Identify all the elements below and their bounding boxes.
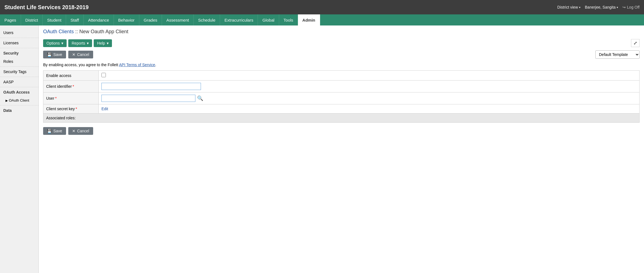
sidebar: Users Licenses Security Roles Security T…	[0, 25, 39, 273]
search-icon: 🔍	[197, 96, 203, 101]
client-secret-key-row: Client secret key* Edit	[43, 104, 640, 114]
sidebar-item-roles[interactable]: Roles	[0, 56, 38, 67]
client-identifier-required: *	[73, 84, 74, 89]
reports-caret-icon: ▾	[87, 41, 89, 45]
help-caret-icon: ▾	[107, 41, 109, 45]
expand-button[interactable]: ⤢	[631, 39, 640, 47]
nav-item-district[interactable]: District	[21, 14, 43, 25]
nav-item-staff[interactable]: Staff	[66, 14, 84, 25]
user-search-button[interactable]: 🔍	[197, 95, 203, 101]
save-label-bottom: Save	[53, 129, 62, 133]
reports-button[interactable]: Reports ▾	[68, 39, 92, 47]
nav-item-schedule[interactable]: Schedule	[194, 14, 220, 25]
district-view-button[interactable]: District view ▾	[557, 5, 580, 9]
form-table: Enable access Client identifier* User	[43, 70, 640, 123]
cancel-label-bottom: Cancel	[77, 129, 89, 133]
options-label: Options	[46, 41, 60, 45]
user-row: User* 🔍	[43, 92, 640, 104]
sidebar-item-oauth-client[interactable]: ▶OAuth Client	[0, 96, 38, 105]
sidebar-section-security: Security	[0, 48, 38, 56]
save-label-top: Save	[53, 52, 62, 57]
sidebar-item-aasp[interactable]: AASP	[0, 77, 38, 87]
save-button-bottom[interactable]: 💾 Save	[43, 127, 66, 135]
client-identifier-label: Client identifier*	[43, 81, 99, 92]
cancel-button-bottom[interactable]: ✕ Cancel	[68, 127, 93, 135]
client-secret-key-label: Client secret key*	[43, 104, 99, 114]
breadcrumb-separator: ::	[75, 29, 78, 34]
enable-access-value	[99, 71, 640, 81]
cancel-button-top[interactable]: ✕ Cancel	[68, 51, 93, 58]
user-input[interactable]	[101, 95, 195, 102]
user-name-button[interactable]: Banerjee, Sangita ▾	[585, 5, 618, 9]
nav-item-grades[interactable]: Grades	[139, 14, 162, 25]
user-name-label: Banerjee, Sangita	[585, 5, 616, 9]
log-off-arrow-icon: ↪	[622, 5, 626, 9]
cancel-icon-top: ✕	[72, 52, 75, 57]
client-identifier-row: Client identifier*	[43, 81, 640, 92]
user-field-wrap: 🔍	[101, 95, 637, 102]
nav-item-extracurriculars[interactable]: Extracurriculars	[220, 14, 258, 25]
sidebar-item-licenses[interactable]: Licenses	[0, 38, 38, 48]
app-title: Student Life Services 2018-2019	[4, 4, 89, 11]
enable-access-checkbox[interactable]	[101, 73, 106, 77]
sidebar-item-users[interactable]: Users	[0, 28, 38, 38]
help-button[interactable]: Help ▾	[94, 39, 112, 47]
template-select[interactable]: Default Template	[595, 50, 640, 59]
nav-item-tools[interactable]: Tools	[279, 14, 298, 25]
page-title: New Oauth App Client	[79, 29, 128, 34]
nav-item-student[interactable]: Student	[43, 14, 66, 25]
associated-roles-label: Associated roles:	[43, 114, 640, 123]
expand-icon: ⤢	[633, 41, 637, 45]
user-value: 🔍	[99, 92, 640, 104]
template-select-wrap: Default Template	[595, 50, 640, 59]
save-button-top[interactable]: 💾 Save	[43, 51, 66, 58]
sidebar-section-data: Data	[0, 105, 38, 114]
enable-access-row: Enable access	[43, 71, 640, 81]
client-identifier-value	[99, 81, 640, 92]
top-header: Student Life Services 2018-2019 District…	[0, 0, 644, 14]
action-row-top: 💾 Save ✕ Cancel Default Template	[43, 50, 640, 59]
oauth-client-arrow-icon: ▶	[6, 99, 8, 102]
help-label: Help	[97, 41, 105, 45]
district-view-label: District view	[557, 5, 578, 9]
save-icon-bottom: 💾	[47, 129, 52, 133]
info-text-suffix: .	[155, 63, 156, 67]
reports-label: Reports	[72, 41, 85, 45]
nav-item-behavior[interactable]: Behavior	[114, 14, 139, 25]
client-secret-required: *	[75, 107, 77, 111]
nav-item-admin[interactable]: Admin	[298, 14, 320, 25]
enable-access-label: Enable access	[43, 71, 99, 81]
nav-item-assessment[interactable]: Assessment	[162, 14, 194, 25]
action-row-bottom: 💾 Save ✕ Cancel	[43, 127, 640, 135]
nav-bar: Pages District Student Staff Attendance …	[0, 14, 644, 25]
user-label: User*	[43, 92, 99, 104]
save-icon-top: 💾	[47, 52, 52, 57]
nav-item-pages[interactable]: Pages	[0, 14, 21, 25]
breadcrumb: OAuth Clients :: New Oauth App Client	[43, 29, 640, 35]
api-terms-link[interactable]: API Terms of Service	[119, 63, 155, 67]
associated-roles-row: Associated roles:	[43, 114, 640, 123]
options-caret-icon: ▾	[61, 41, 63, 45]
client-identifier-input[interactable]	[101, 83, 201, 90]
nav-item-attendance[interactable]: Attendance	[84, 14, 114, 25]
info-text-prefix: By enabling access, you agree to the Fol…	[43, 63, 118, 67]
options-button[interactable]: Options ▾	[43, 39, 67, 47]
log-off-button[interactable]: ↪ Log Off	[622, 5, 640, 9]
district-view-caret-icon: ▾	[579, 6, 580, 9]
client-secret-key-value: Edit	[99, 104, 640, 114]
sidebar-item-security-tags[interactable]: Security Tags	[0, 67, 38, 77]
breadcrumb-link[interactable]: OAuth Clients	[43, 29, 74, 34]
log-off-label: Log Off	[627, 5, 640, 9]
cancel-icon-bottom: ✕	[72, 129, 75, 133]
nav-item-global[interactable]: Global	[258, 14, 279, 25]
edit-link[interactable]: Edit	[101, 107, 108, 111]
user-required: *	[55, 96, 57, 101]
header-right: District view ▾ Banerjee, Sangita ▾ ↪ Lo…	[557, 5, 640, 9]
cancel-label-top: Cancel	[77, 52, 89, 57]
user-name-caret-icon: ▾	[617, 6, 618, 9]
main-content: OAuth Clients :: New Oauth App Client Op…	[39, 25, 644, 273]
sidebar-section-oauth-access: OAuth Access	[0, 87, 38, 96]
toolbar: Options ▾ Reports ▾ Help ▾ ⤢	[43, 39, 640, 47]
info-text: By enabling access, you agree to the Fol…	[43, 63, 640, 67]
